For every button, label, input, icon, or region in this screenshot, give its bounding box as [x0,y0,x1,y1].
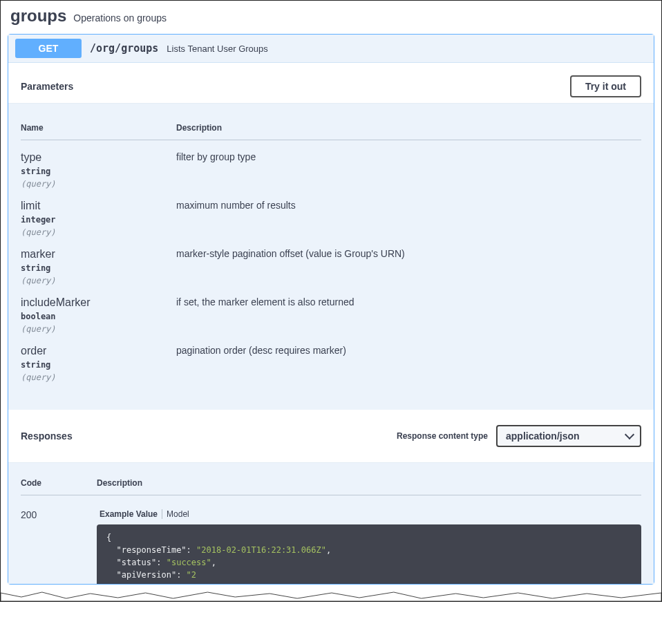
parameter-row: includeMarker boolean (query) if set, th… [21,285,641,334]
operation-summary: Lists Tenant User Groups [167,44,267,54]
param-description: filter by group type [176,151,641,162]
param-type: string [21,263,176,273]
param-name: type [21,151,176,164]
responses-title: Responses [21,430,73,442]
col-header-description: Description [97,478,641,495]
param-in: (query) [21,179,176,189]
rct-select-wrap: application/json [496,425,641,447]
operation-path: /org/groups [90,42,158,55]
tab-separator [162,509,162,519]
response-content-type: Response content type application/json [397,425,641,447]
parameter-row: type string (query) filter by group type [21,140,641,189]
param-description: if set, the marker element is also retur… [176,296,641,307]
parameters-title: Parameters [21,81,73,92]
responses-body: Code Description 200 Example Value Model [8,463,654,584]
tab-example-value[interactable]: Example Value [97,509,160,519]
param-in: (query) [21,276,176,285]
param-in: (query) [21,227,176,237]
tab-model[interactable]: Model [164,509,192,519]
param-type: string [21,167,176,176]
parameters-table: Name Description type string (query) fil… [21,123,641,382]
col-header-name: Name [21,123,176,140]
param-in: (query) [21,324,176,334]
responses-header: Responses Response content type applicat… [8,410,654,463]
operation-summary-bar[interactable]: GET /org/groups Lists Tenant User Groups [8,35,654,63]
response-code: 200 [21,509,37,520]
param-name: includeMarker [21,296,176,309]
param-name: order [21,345,176,357]
rct-label: Response content type [397,431,488,441]
parameter-row: limit integer (query) maximum number of … [21,189,641,237]
torn-edge [1,590,661,601]
col-header-code: Code [21,478,97,495]
param-type: boolean [21,312,176,321]
param-type: integer [21,215,176,225]
parameters-body: Name Description type string (query) fil… [8,104,654,410]
model-tabs: Example Value Model [97,509,641,519]
parameter-row: order string (query) pagination order (d… [21,334,641,382]
response-row: 200 Example Value Model { "responseTime"… [21,495,641,585]
param-description: pagination order (desc requires marker) [176,345,641,356]
param-type: string [21,360,176,370]
content-type-select[interactable]: application/json [496,425,641,447]
tag-title: groups [10,6,66,26]
param-description: marker-style pagination offset (value is… [176,248,641,259]
example-response-body: { "responseTime": "2018-02-01T16:22:31.0… [97,524,641,584]
param-description: maximum number of results [176,200,641,211]
parameter-row: marker string (query) marker-style pagin… [21,237,641,285]
tag-header: groups Operations on groups [2,2,660,34]
http-method-badge: GET [15,39,82,58]
param-in: (query) [21,372,176,382]
param-name: limit [21,200,176,212]
try-it-out-button[interactable]: Try it out [570,75,641,97]
operation-block: GET /org/groups Lists Tenant User Groups… [8,34,654,585]
parameters-header: Parameters Try it out [8,63,654,104]
tag-description: Operations on groups [73,12,167,23]
responses-table: Code Description 200 Example Value Model [21,478,641,584]
param-name: marker [21,248,176,261]
col-header-description: Description [176,123,641,140]
